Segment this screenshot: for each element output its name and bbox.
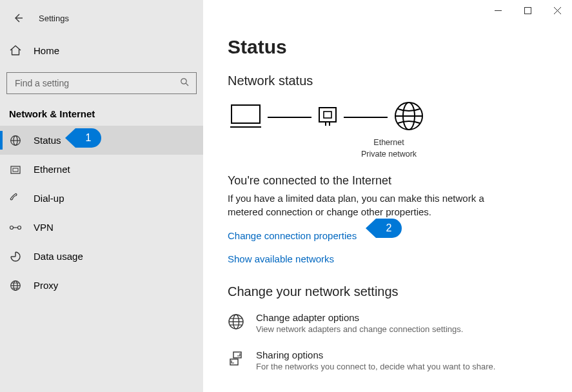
network-diagram xyxy=(229,100,547,135)
page-title: Status xyxy=(228,36,547,58)
search-input[interactable] xyxy=(14,77,180,89)
section-header: Network & Internet xyxy=(9,108,203,119)
svg-rect-11 xyxy=(13,168,18,172)
ethernet-icon xyxy=(9,164,22,175)
sidebar-item-data-usage[interactable]: Data usage xyxy=(0,242,203,271)
callout-1: 1 xyxy=(75,128,101,148)
minimize-button[interactable] xyxy=(483,0,513,21)
svg-rect-23 xyxy=(319,108,336,122)
globe-large-icon xyxy=(393,100,425,135)
svg-point-12 xyxy=(10,226,14,229)
change-connection-properties-link[interactable]: Change connection properties xyxy=(228,230,357,241)
adapter-icon xyxy=(317,104,339,131)
proxy-icon xyxy=(9,280,22,291)
connected-body: If you have a limited data plan, you can… xyxy=(228,191,511,219)
svg-rect-24 xyxy=(324,112,331,118)
sharing-options[interactable]: Sharing options For the networks you con… xyxy=(228,349,547,371)
svg-rect-22 xyxy=(232,105,260,123)
diagram-caption: Ethernet Private network xyxy=(292,137,486,160)
connected-title: You're connected to the Internet xyxy=(228,174,547,188)
home-label: Home xyxy=(34,45,59,56)
sidebar-item-label: Status xyxy=(34,135,61,146)
diagram-caption-line2: Private network xyxy=(292,149,486,161)
phone-icon xyxy=(9,193,22,204)
callout-2: 2 xyxy=(376,219,402,238)
sidebar-item-vpn[interactable]: VPN xyxy=(0,213,203,242)
option-desc: For the networks you connect to, decide … xyxy=(256,362,495,371)
sidebar-item-label: Ethernet xyxy=(34,164,70,175)
search-icon xyxy=(180,77,190,90)
back-button[interactable] xyxy=(6,6,30,30)
show-available-networks-link[interactable]: Show available networks xyxy=(228,253,334,264)
maximize-button[interactable] xyxy=(513,0,542,21)
window-title: Settings xyxy=(39,14,69,23)
data-usage-icon xyxy=(9,251,22,262)
svg-rect-10 xyxy=(11,166,20,173)
svg-line-6 xyxy=(186,83,188,86)
change-adapter-options[interactable]: Change adapter options View network adap… xyxy=(228,312,547,334)
sidebar-item-label: Dial-up xyxy=(34,193,64,204)
globe-icon xyxy=(9,135,22,146)
main-panel: Status Network status Ethernet Private n… xyxy=(203,0,572,392)
sidebar-item-proxy[interactable]: Proxy xyxy=(0,271,203,300)
computer-icon xyxy=(229,103,262,132)
vpn-icon xyxy=(9,222,22,233)
home-nav[interactable]: Home xyxy=(0,36,203,64)
sidebar: Settings Home Network & Internet Status xyxy=(0,0,203,392)
option-desc: View network adapters and change connect… xyxy=(256,324,463,334)
close-button[interactable] xyxy=(542,0,572,21)
sharing-options-icon xyxy=(228,358,244,369)
home-icon xyxy=(9,44,22,57)
connection-line xyxy=(344,117,388,118)
svg-point-13 xyxy=(18,226,21,229)
option-title: Change adapter options xyxy=(256,312,463,323)
sidebar-item-ethernet[interactable]: Ethernet xyxy=(0,155,203,184)
change-settings-header: Change your network settings xyxy=(228,284,547,299)
svg-rect-1 xyxy=(524,7,531,14)
adapter-options-icon xyxy=(228,321,244,332)
option-title: Sharing options xyxy=(256,349,495,360)
search-box[interactable] xyxy=(6,72,197,94)
sidebar-item-label: Proxy xyxy=(34,280,58,291)
sidebar-item-status[interactable]: Status xyxy=(0,126,203,155)
diagram-caption-line1: Ethernet xyxy=(292,137,486,149)
connection-line xyxy=(268,117,311,118)
sidebar-item-label: Data usage xyxy=(34,251,83,262)
sidebar-item-label: VPN xyxy=(34,222,54,233)
svg-point-5 xyxy=(181,78,186,83)
sidebar-item-dialup[interactable]: Dial-up xyxy=(0,184,203,213)
network-status-header: Network status xyxy=(228,74,547,88)
